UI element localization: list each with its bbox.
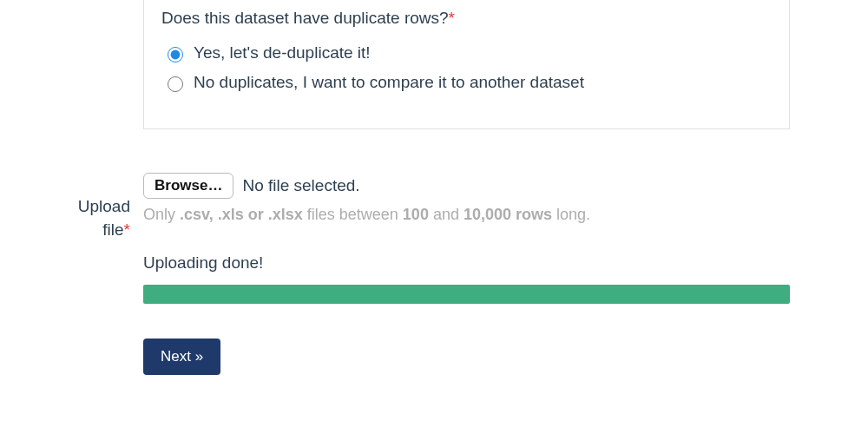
radio-compare-label: No duplicates, I want to compare it to a…	[194, 73, 584, 92]
upload-field-label-line2: file	[102, 220, 123, 239]
radio-dedupe-input[interactable]	[168, 47, 183, 62]
browse-button[interactable]: Browse…	[143, 173, 233, 199]
upload-progress-bar	[143, 285, 790, 304]
next-button[interactable]: Next »	[143, 339, 220, 375]
upload-progress-status: Uploading done!	[143, 253, 790, 273]
file-upload-row: Browse… No file selected.	[143, 173, 790, 199]
upload-field-label: Upload file*	[0, 195, 130, 241]
radio-compare-input[interactable]	[168, 76, 183, 92]
radio-dedupe-label: Yes, let's de-duplicate it!	[194, 43, 371, 62]
upload-help-text: Only .csv, .xls or .xlsx files between 1…	[143, 206, 790, 224]
radio-option-compare[interactable]: No duplicates, I want to compare it to a…	[163, 73, 772, 92]
duplicate-question-box: Does this dataset have duplicate rows?* …	[143, 0, 790, 129]
upload-field-label-line1: Upload	[78, 197, 130, 215]
duplicate-question-label: Does this dataset have duplicate rows?*	[161, 9, 772, 28]
duplicate-question-text: Does this dataset have duplicate rows?	[161, 9, 449, 27]
file-selected-status: No file selected.	[242, 176, 359, 195]
required-mark: *	[449, 9, 455, 27]
radio-option-dedupe[interactable]: Yes, let's de-duplicate it!	[163, 43, 772, 62]
required-mark: *	[124, 220, 130, 239]
